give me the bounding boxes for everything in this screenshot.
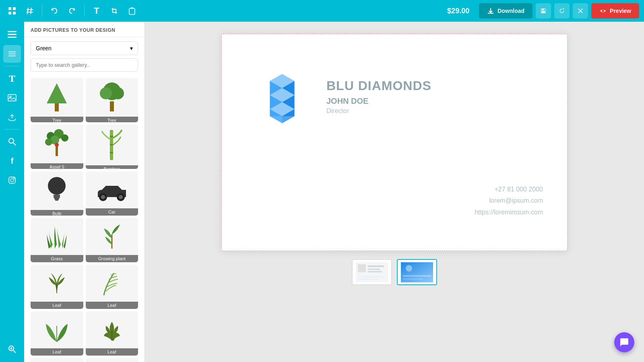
gallery-item-bulb[interactable]: Bulb: [31, 171, 83, 216]
svg-rect-33: [55, 103, 59, 111]
leaf2-image: [86, 265, 138, 302]
layers-icon[interactable]: [3, 45, 21, 63]
gallery-item-growing-plant[interactable]: Growing plant: [86, 218, 138, 262]
svg-rect-74: [368, 271, 382, 272]
gallery-item-leaf3[interactable]: Leaf: [31, 311, 83, 356]
canvas-area: BLU DIAMONDS JOHN DOE Director +27 81 00…: [145, 22, 644, 362]
gallery-item-leaves1[interactable]: Leaves: [31, 358, 83, 362]
tree1-image: [31, 78, 83, 117]
gallery-label-grass: Grass: [31, 255, 83, 262]
card-company-info: BLU DIAMONDS JOHN DOE Director: [326, 78, 431, 115]
svg-line-5: [31, 8, 31, 14]
text-tool-icon[interactable]: T: [3, 70, 21, 87]
side-sep-2: [5, 129, 19, 130]
gallery-item-asset5[interactable]: Asset 5: [31, 125, 83, 169]
grid-icon[interactable]: [5, 4, 19, 18]
gallery-label-growing-plant: Growing plant: [86, 255, 138, 262]
svg-rect-17: [8, 37, 17, 38]
gallery-item-leaves2[interactable]: Leaves: [86, 358, 138, 362]
card-email: lorem@ipsum.com: [475, 195, 543, 207]
undo-icon[interactable]: [47, 4, 62, 18]
upload-icon[interactable]: [3, 108, 21, 126]
svg-point-78: [406, 265, 412, 272]
svg-rect-47: [110, 144, 113, 145]
svg-point-40: [61, 134, 68, 142]
chat-button[interactable]: [614, 332, 634, 352]
svg-rect-1: [13, 7, 16, 10]
leaves1-image: [31, 358, 83, 362]
leaves2-image: [86, 358, 138, 362]
card-logo: [254, 70, 310, 128]
image-tool-icon[interactable]: [3, 89, 21, 107]
asset5-image: [31, 125, 83, 163]
svg-rect-0: [8, 7, 11, 10]
hash-icon[interactable]: [23, 4, 37, 18]
svg-rect-16: [8, 34, 17, 35]
search-input[interactable]: [31, 58, 138, 72]
svg-point-42: [45, 138, 52, 146]
gallery-item-leaf2[interactable]: Leaf: [86, 265, 138, 309]
leaf4-image: [86, 311, 138, 348]
business-card[interactable]: BLU DIAMONDS JOHN DOE Director +27 81 00…: [221, 34, 568, 251]
save-button[interactable]: [536, 3, 551, 19]
gallery-label-leaf1: Leaf: [31, 302, 83, 309]
growing-plant-image: [86, 218, 138, 255]
svg-marker-32: [47, 83, 67, 103]
svg-rect-2: [8, 12, 11, 14]
gallery-item-tree2[interactable]: Tree: [86, 78, 138, 122]
bamboo-image: [86, 125, 138, 165]
thumbnail-2[interactable]: [397, 259, 437, 285]
text-icon[interactable]: T: [89, 4, 104, 18]
svg-rect-3: [13, 12, 16, 14]
grass-image: [31, 218, 83, 255]
svg-point-54: [101, 195, 105, 199]
gallery-item-tree1[interactable]: Tree: [31, 78, 83, 122]
svg-point-56: [119, 195, 123, 199]
gallery-item-car[interactable]: Car: [86, 171, 138, 216]
svg-rect-50: [54, 195, 60, 198]
gallery-label-bamboo: Bamboo: [86, 165, 138, 169]
download-button[interactable]: Download: [479, 3, 533, 19]
crop-icon[interactable]: [107, 4, 122, 18]
instagram-icon[interactable]: [3, 171, 21, 189]
panel-sidebar: ADD PICTURES TO YOUR DESIGN Green ▾ Tree: [24, 22, 145, 362]
gallery-label-leaf2: Leaf: [86, 302, 138, 309]
filter-selected-value: Green: [36, 45, 52, 51]
preview-button[interactable]: Preview: [591, 3, 639, 19]
gallery-item-leaf1[interactable]: Leaf: [31, 265, 83, 309]
redo-icon[interactable]: [65, 4, 79, 18]
svg-rect-71: [358, 264, 366, 272]
svg-point-44: [55, 143, 59, 147]
clipboard-icon[interactable]: [125, 4, 139, 18]
gallery-grid: Tree Tree: [24, 76, 144, 362]
card-phone: +27 81 000 2000: [475, 184, 543, 195]
svg-point-26: [10, 179, 14, 182]
svg-point-49: [48, 177, 66, 195]
svg-line-24: [13, 143, 16, 145]
search-icon[interactable]: [3, 133, 21, 150]
refresh-button[interactable]: [554, 3, 570, 19]
toolbar: T $29.00 Download Preview: [0, 0, 644, 22]
filter-dropdown[interactable]: Green ▾: [31, 41, 138, 55]
close-button[interactable]: [573, 3, 588, 19]
gallery-item-bamboo[interactable]: Bamboo: [86, 125, 138, 169]
gallery-item-grass[interactable]: Grass: [31, 218, 83, 262]
person-name: JOHN DOE: [326, 97, 431, 106]
lines-icon[interactable]: [3, 26, 21, 43]
svg-rect-11: [542, 11, 545, 13]
panel-header: ADD PICTURES TO YOUR DESIGN: [24, 22, 144, 37]
svg-rect-73: [368, 269, 380, 270]
company-name: BLU DIAMONDS: [326, 78, 431, 93]
svg-rect-72: [368, 265, 384, 267]
gallery-item-leaf4[interactable]: Leaf: [86, 311, 138, 356]
gallery-label-tree2: Tree: [86, 117, 138, 122]
thumbnail-strip: [352, 259, 437, 285]
svg-point-23: [9, 138, 14, 143]
svg-point-14: [602, 10, 604, 12]
thumbnail-1[interactable]: [352, 259, 392, 285]
side-sep-1: [5, 66, 19, 66]
facebook-icon[interactable]: f: [3, 152, 21, 170]
icon-sidebar: T f: [0, 22, 24, 362]
toolbar-sep-1: [42, 5, 42, 17]
zoom-in-icon[interactable]: [3, 340, 21, 358]
